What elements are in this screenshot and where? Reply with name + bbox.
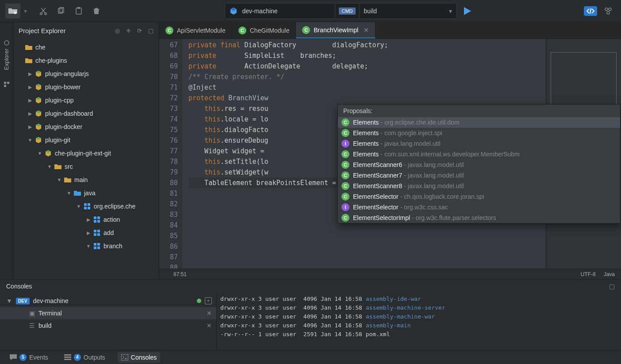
language: Java <box>604 271 615 277</box>
add-terminal-button[interactable]: + <box>205 297 212 304</box>
collapse-icon[interactable]: ⁜ <box>126 27 131 34</box>
proposal-item[interactable]: CElementScanner6 - javax.lang.model.util <box>338 159 620 170</box>
svg-rect-16 <box>88 207 90 209</box>
svg-point-6 <box>605 8 608 11</box>
line-gutter: 6768697071727374757677787980818283848586… <box>159 39 182 269</box>
proposal-item[interactable]: CElementScanner8 - javax.lang.model.util <box>338 181 620 191</box>
svg-point-0 <box>40 12 42 14</box>
editor-tab[interactable]: CApiServletModule <box>159 22 232 38</box>
tree-item[interactable]: ▼che-plugin-git-ext-git <box>13 147 159 160</box>
tree-item[interactable]: ▼src <box>13 160 159 173</box>
svg-rect-29 <box>64 354 71 356</box>
svg-rect-17 <box>94 216 96 219</box>
run-button[interactable] <box>462 6 472 16</box>
svg-rect-12 <box>4 85 6 87</box>
tree-item[interactable]: ▶plugin-dashboard <box>13 107 159 120</box>
svg-rect-4 <box>76 8 81 14</box>
cut-button[interactable] <box>36 4 51 19</box>
tree-item[interactable]: ▶plugin-angularjs <box>13 67 159 80</box>
svg-rect-10 <box>4 82 6 84</box>
console-tree-item[interactable]: ☰build✕ <box>0 319 216 332</box>
svg-rect-28 <box>97 246 100 249</box>
machine-select[interactable]: dev-machine <box>225 3 335 19</box>
console-tree-item[interactable]: ▼DEVdev-machine+ <box>0 295 216 307</box>
editor-tab[interactable]: CBranchViewImpl✕ <box>296 22 376 38</box>
consoles-title: Consoles <box>6 283 32 290</box>
svg-rect-31 <box>64 359 71 360</box>
proposal-item[interactable]: CElements - org.eclipse.che.ide.util.dom <box>338 117 620 128</box>
tree-item[interactable]: ▶plugin-bower <box>13 80 159 94</box>
svg-rect-32 <box>121 354 128 360</box>
cursor-position: 87:51 <box>173 271 187 277</box>
minimize-consoles-icon[interactable]: ▢ <box>609 283 615 290</box>
tree-item[interactable]: che-plugins <box>13 54 159 67</box>
status-dot-icon <box>197 299 201 303</box>
tree-item[interactable]: che <box>13 41 159 54</box>
settings-icon[interactable] <box>601 4 616 19</box>
close-tab-icon[interactable]: ✕ <box>364 27 369 34</box>
rail-explorer-tab[interactable]: Explorer <box>3 49 10 70</box>
svg-rect-15 <box>84 207 87 209</box>
command-label: build <box>364 8 377 15</box>
dropdown-caret-icon[interactable]: ▾ <box>24 8 27 15</box>
svg-rect-27 <box>94 246 96 249</box>
proposal-item[interactable]: CElementSelector - ch.qos.logback.core.j… <box>338 191 620 202</box>
left-rail: Explorer <box>0 22 13 279</box>
tree-item[interactable]: ▼branch <box>13 239 159 253</box>
svg-rect-22 <box>97 230 100 232</box>
proposal-item[interactable]: CElementSelectorImpl - org.w3c.flute.par… <box>338 212 620 223</box>
bottom-tab[interactable]: Consoles <box>118 352 160 363</box>
svg-rect-11 <box>7 82 9 84</box>
svg-rect-23 <box>94 233 96 236</box>
code-view-button[interactable] <box>584 6 597 16</box>
tree-item[interactable]: ▶action <box>13 213 159 226</box>
svg-point-9 <box>4 41 9 45</box>
tree-item[interactable]: ▼plugin-git <box>13 133 159 147</box>
minimize-icon[interactable]: ▢ <box>148 27 153 34</box>
consoles-panel: Consoles ▢ ▼DEVdev-machine+▣Terminal✕☰bu… <box>0 279 621 350</box>
new-file-button[interactable] <box>5 4 20 19</box>
tree-item[interactable]: ▼org.eclipse.che <box>13 200 159 213</box>
delete-button[interactable] <box>89 4 104 19</box>
command-select[interactable]: build ▾ <box>360 3 457 19</box>
project-explorer-panel: Project Explorer ◎ ⁜ ⟳ ▢ cheche-plugins▶… <box>13 22 159 279</box>
close-icon[interactable]: ✕ <box>207 322 212 329</box>
tree-item[interactable]: ▼main <box>13 173 159 186</box>
locate-icon[interactable]: ◎ <box>115 27 120 34</box>
terminal-output[interactable]: drwxr-xr-x 3 user user 4096 Jan 14 16:58… <box>217 293 621 350</box>
bottom-tab[interactable]: 4Outputs <box>61 352 109 363</box>
close-icon[interactable]: ✕ <box>207 310 212 317</box>
copy-button[interactable] <box>54 4 69 19</box>
tree-item[interactable]: ▶plugin-cpp <box>13 94 159 107</box>
consoles-tree: ▼DEVdev-machine+▣Terminal✕☰build✕ <box>0 293 217 350</box>
svg-rect-5 <box>77 7 80 9</box>
rail-icon[interactable] <box>4 40 10 46</box>
paste-button[interactable] <box>71 4 86 19</box>
chevron-down-icon: ▾ <box>449 8 452 15</box>
svg-rect-26 <box>97 243 100 246</box>
proposal-item[interactable]: CElements - com.google.inject.spi <box>338 128 620 138</box>
editor-tab[interactable]: CCheGitModule <box>232 22 296 38</box>
svg-rect-24 <box>97 233 100 236</box>
svg-point-7 <box>609 8 611 11</box>
svg-rect-21 <box>94 230 96 232</box>
proposal-item[interactable]: CElementScanner7 - javax.lang.model.util <box>338 170 620 181</box>
svg-point-1 <box>45 12 46 14</box>
rail-icon-2[interactable] <box>4 81 10 87</box>
proposal-item[interactable]: IElements - javax.lang.model.util <box>338 138 620 149</box>
bottom-tab[interactable]: 5Events <box>6 352 52 363</box>
svg-rect-13 <box>84 203 87 206</box>
proposal-item[interactable]: CElements - com.sun.xml.internal.ws.deve… <box>338 149 620 159</box>
console-tree-item[interactable]: ▣Terminal✕ <box>0 307 216 319</box>
svg-rect-25 <box>94 243 96 246</box>
svg-rect-14 <box>88 203 90 206</box>
tree-item[interactable]: ▶add <box>13 226 159 239</box>
tree-item[interactable]: ▶plugin-docker <box>13 120 159 133</box>
proposal-item[interactable]: IElementSelector - org.w3c.css.sac <box>338 202 620 212</box>
refresh-icon[interactable]: ⟳ <box>137 27 142 34</box>
svg-point-8 <box>607 11 610 14</box>
svg-rect-18 <box>97 216 100 219</box>
autocomplete-popup: Proposals: CElements - org.eclipse.che.i… <box>337 104 621 224</box>
tree-item[interactable]: ▼java <box>13 186 159 200</box>
machine-label: dev-machine <box>242 8 277 15</box>
